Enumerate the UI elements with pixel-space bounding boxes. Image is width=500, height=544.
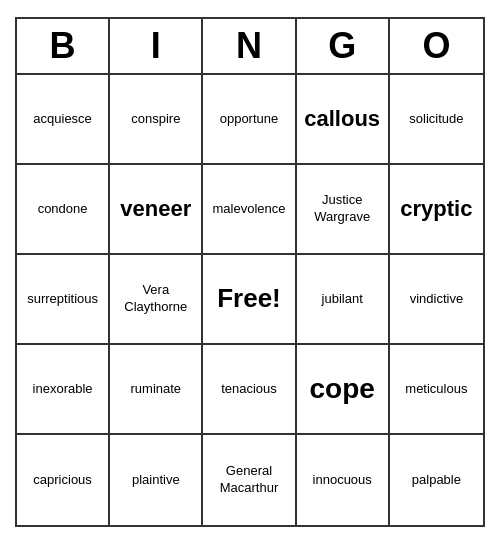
bingo-cell: surreptitious bbox=[17, 255, 110, 345]
bingo-cell: cryptic bbox=[390, 165, 483, 255]
cell-text: malevolence bbox=[212, 201, 285, 218]
bingo-cell: meticulous bbox=[390, 345, 483, 435]
cell-text: meticulous bbox=[405, 381, 467, 398]
bingo-cell: opportune bbox=[203, 75, 296, 165]
bingo-cell: Justice Wargrave bbox=[297, 165, 390, 255]
cell-text: solicitude bbox=[409, 111, 463, 128]
cell-text: Justice Wargrave bbox=[301, 192, 384, 226]
cell-text: capricious bbox=[33, 472, 92, 489]
cell-text: cope bbox=[310, 371, 375, 407]
bingo-cell: plaintive bbox=[110, 435, 203, 525]
bingo-cell: callous bbox=[297, 75, 390, 165]
bingo-cell: palpable bbox=[390, 435, 483, 525]
header-letter: G bbox=[297, 19, 390, 73]
cell-text: jubilant bbox=[322, 291, 363, 308]
bingo-cell: conspire bbox=[110, 75, 203, 165]
bingo-header: BINGO bbox=[17, 19, 483, 75]
cell-text: inexorable bbox=[33, 381, 93, 398]
bingo-cell: capricious bbox=[17, 435, 110, 525]
cell-text: innocuous bbox=[313, 472, 372, 489]
bingo-cell: veneer bbox=[110, 165, 203, 255]
bingo-cell: malevolence bbox=[203, 165, 296, 255]
cell-text: vindictive bbox=[410, 291, 463, 308]
bingo-cell: Free! bbox=[203, 255, 296, 345]
cell-text: General Macarthur bbox=[207, 463, 290, 497]
bingo-cell: vindictive bbox=[390, 255, 483, 345]
cell-text: ruminate bbox=[131, 381, 182, 398]
cell-text: surreptitious bbox=[27, 291, 98, 308]
cell-text: condone bbox=[38, 201, 88, 218]
bingo-cell: tenacious bbox=[203, 345, 296, 435]
bingo-cell: General Macarthur bbox=[203, 435, 296, 525]
bingo-cell: cope bbox=[297, 345, 390, 435]
bingo-cell: acquiesce bbox=[17, 75, 110, 165]
bingo-cell: Vera Claythorne bbox=[110, 255, 203, 345]
header-letter: B bbox=[17, 19, 110, 73]
cell-text: Vera Claythorne bbox=[114, 282, 197, 316]
header-letter: I bbox=[110, 19, 203, 73]
bingo-card: BINGO acquiesceconspireopportunecallouss… bbox=[15, 17, 485, 527]
cell-text: callous bbox=[304, 105, 380, 134]
bingo-cell: innocuous bbox=[297, 435, 390, 525]
cell-text: palpable bbox=[412, 472, 461, 489]
bingo-grid: acquiesceconspireopportunecalloussolicit… bbox=[17, 75, 483, 525]
cell-text: cryptic bbox=[400, 195, 472, 224]
header-letter: O bbox=[390, 19, 483, 73]
cell-text: Free! bbox=[217, 282, 281, 316]
header-letter: N bbox=[203, 19, 296, 73]
cell-text: acquiesce bbox=[33, 111, 92, 128]
bingo-cell: ruminate bbox=[110, 345, 203, 435]
cell-text: veneer bbox=[120, 195, 191, 224]
cell-text: opportune bbox=[220, 111, 279, 128]
bingo-cell: jubilant bbox=[297, 255, 390, 345]
bingo-cell: condone bbox=[17, 165, 110, 255]
cell-text: plaintive bbox=[132, 472, 180, 489]
bingo-cell: solicitude bbox=[390, 75, 483, 165]
cell-text: tenacious bbox=[221, 381, 277, 398]
cell-text: conspire bbox=[131, 111, 180, 128]
bingo-cell: inexorable bbox=[17, 345, 110, 435]
